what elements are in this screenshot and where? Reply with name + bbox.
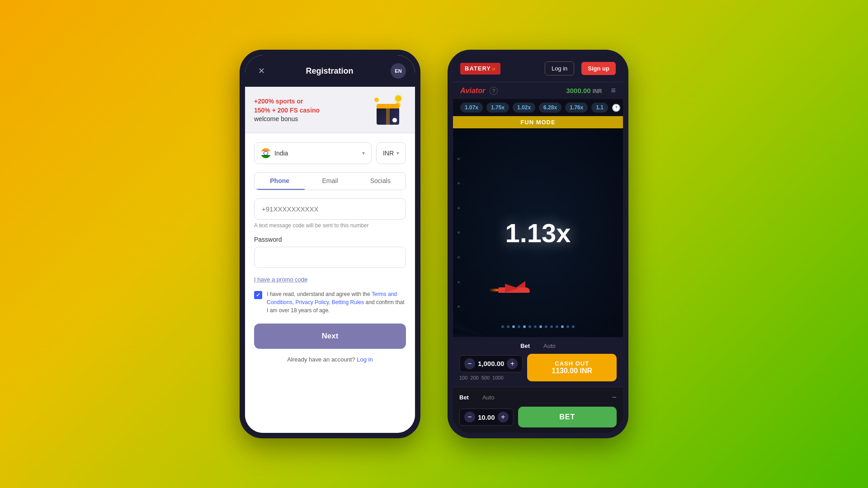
- airplane-icon: [498, 287, 534, 301]
- multiplier-ticker: 1.07x 1.75x 1.02x 6.28x 1.76x 1.1 🕐: [453, 99, 623, 116]
- bonus-banner: +200% sports or 150% + 200 FS casino wel…: [245, 87, 415, 133]
- balance-display: 3000.00 INR: [554, 87, 602, 94]
- multiplier-display: 1.13x: [505, 218, 571, 248]
- auto-tab-2[interactable]: Auto: [482, 394, 495, 401]
- phone-hint: A text message code will be sent to this…: [254, 222, 406, 229]
- auto-tab[interactable]: Auto: [543, 343, 556, 349]
- bet-minus-button-2[interactable]: −: [464, 412, 475, 422]
- left-phone: ✕ Registration EN +200% sports or 150% +…: [240, 50, 420, 438]
- bet-row-2: − 10.00 + BET: [459, 407, 617, 427]
- bet-value: 1,000.00: [478, 360, 504, 367]
- login-button[interactable]: Log in: [545, 61, 574, 75]
- login-link[interactable]: Log in: [357, 356, 373, 363]
- bet-tab-2-active[interactable]: Bet: [459, 394, 469, 401]
- terms-row: I have read, understand and agree with t…: [254, 290, 406, 314]
- help-icon[interactable]: ?: [490, 87, 498, 95]
- mult-badge-3: 1.02x: [513, 103, 535, 113]
- mult-badge-2: 1.75x: [486, 103, 509, 113]
- bet-presets: 100 200 500 1000: [459, 375, 523, 380]
- collapse-icon[interactable]: −: [612, 393, 617, 402]
- registration-body: India ▾ INR ▾ Phone Email Socials A text…: [245, 133, 415, 433]
- betting-rules-link[interactable]: Betting Rules: [332, 299, 364, 305]
- password-label: Password: [254, 236, 406, 243]
- currency-label: INR: [383, 150, 394, 157]
- batery-header: BATERY » Log in Sign up: [453, 55, 623, 82]
- tab-email[interactable]: Email: [305, 173, 355, 190]
- terms-checkbox[interactable]: [254, 291, 262, 299]
- aviator-row: Aviator ? 3000.00 INR ≡: [453, 82, 623, 99]
- bet-tabs-1: Bet Auto: [459, 343, 617, 349]
- cashout-button[interactable]: CASH OUT 1130.00 INR: [527, 354, 617, 381]
- bet-tabs-2: Bet Auto −: [459, 393, 617, 402]
- fun-mode-banner: FUN MODE: [453, 116, 623, 128]
- mult-badge-1: 1.07x: [460, 103, 483, 113]
- bet-value-2: 10.00: [478, 413, 495, 421]
- mult-badge-5: 1.76x: [565, 103, 588, 113]
- country-currency-row: India ▾ INR ▾: [254, 142, 406, 164]
- preset-100[interactable]: 100: [459, 375, 467, 380]
- india-flag-icon: [261, 148, 271, 158]
- preset-200[interactable]: 200: [470, 375, 478, 380]
- menu-icon[interactable]: ≡: [611, 86, 616, 95]
- bonus-line2: 150% + 200 FS casino: [254, 106, 370, 115]
- bet-row-1: − 1,000.00 + 100 200 500 1000 CASH OUT 1…: [459, 354, 617, 381]
- bet-controls-1: Bet Auto − 1,000.00 + 100 200 500 1000: [453, 337, 623, 387]
- signup-button[interactable]: Sign up: [581, 62, 616, 75]
- cashout-amount: 1130.00 INR: [533, 367, 610, 375]
- clock-icon[interactable]: 🕐: [612, 103, 621, 112]
- batery-arrows-icon: »: [492, 65, 496, 72]
- terms-text: I have read, understand and agree with t…: [267, 290, 406, 314]
- mult-badge-4: 6.28x: [539, 103, 561, 113]
- tab-phone[interactable]: Phone: [255, 173, 305, 190]
- country-selector[interactable]: India ▾: [254, 142, 372, 164]
- promo-code-link[interactable]: I have a promo code: [254, 276, 308, 283]
- close-button[interactable]: ✕: [254, 64, 269, 78]
- bet-plus-button-2[interactable]: +: [498, 412, 509, 422]
- tab-socials[interactable]: Socials: [355, 173, 406, 190]
- currency-selector[interactable]: INR ▾: [376, 142, 406, 164]
- cashout-label: CASH OUT: [533, 360, 610, 367]
- bet-tab-active[interactable]: Bet: [520, 343, 530, 349]
- mult-badge-6: 1.1: [591, 103, 608, 113]
- password-input[interactable]: [254, 247, 406, 268]
- chevron-down-icon: ▾: [396, 150, 399, 156]
- preset-1000[interactable]: 1000: [492, 375, 503, 380]
- bonus-line1: +200% sports or: [254, 97, 370, 106]
- bottom-dots: [453, 325, 623, 328]
- country-name: India: [274, 150, 359, 157]
- right-phone: BATERY » Log in Sign up Aviator ? 3000.0…: [448, 50, 628, 438]
- batery-logo: BATERY »: [460, 63, 500, 75]
- balance-currency: INR: [593, 88, 602, 94]
- registration-header: ✕ Registration EN: [245, 55, 415, 87]
- bonus-line3: welcome bonus: [254, 115, 370, 122]
- privacy-link[interactable]: Privacy Policy: [295, 299, 329, 305]
- bet-amount-ctrl: − 1,000.00 + 100 200 500 1000: [459, 355, 523, 380]
- preset-500[interactable]: 500: [481, 375, 490, 380]
- chevron-down-icon: ▾: [362, 150, 365, 156]
- bet-amount-row-2: − 10.00 +: [459, 408, 514, 426]
- bet-controls-2: Bet Auto − − 10.00 + BET: [453, 387, 623, 433]
- game-area: 1.13x: [453, 128, 623, 337]
- phone-input[interactable]: [254, 198, 406, 220]
- registration-tabs: Phone Email Socials: [254, 172, 406, 190]
- next-button[interactable]: Next: [254, 324, 406, 349]
- bet-minus-button[interactable]: −: [464, 358, 475, 369]
- left-dots: [458, 146, 460, 319]
- bet-button[interactable]: BET: [518, 407, 617, 427]
- language-selector[interactable]: EN: [391, 63, 406, 79]
- bet-plus-button[interactable]: +: [507, 358, 518, 369]
- bonus-gift-icon: [370, 94, 406, 126]
- registration-title: Registration: [306, 66, 353, 76]
- aviator-label: Aviator: [460, 87, 485, 95]
- login-prompt: Already have an account? Log in: [254, 356, 406, 363]
- bet-amount-row: − 1,000.00 +: [459, 355, 523, 372]
